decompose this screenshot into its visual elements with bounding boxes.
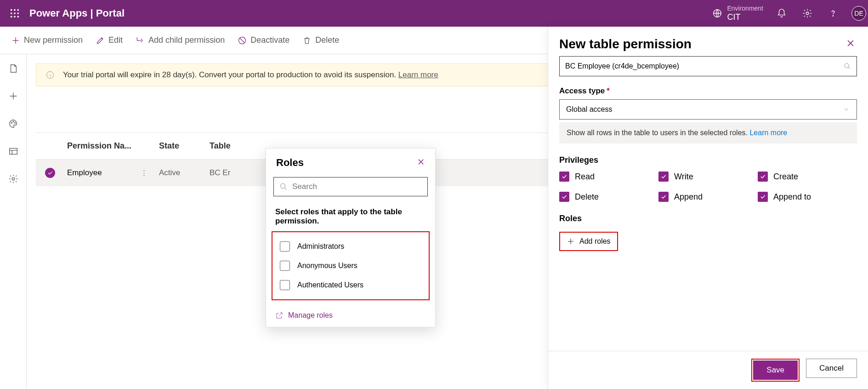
privileges-grid: Read Write Create Delete Append Append t… bbox=[559, 172, 857, 202]
app-launcher-icon[interactable] bbox=[6, 4, 24, 23]
palette-icon[interactable] bbox=[6, 116, 21, 132]
access-type-value: Global access bbox=[566, 105, 613, 114]
side-panel: New table permission BC Employee (cr4de_… bbox=[548, 27, 868, 389]
chevron-down-icon bbox=[843, 106, 850, 113]
svg-point-0 bbox=[11, 9, 12, 11]
panel-close-icon[interactable] bbox=[846, 39, 855, 50]
environment-name: CIT bbox=[727, 12, 763, 23]
svg-rect-16 bbox=[9, 149, 17, 154]
svg-point-14 bbox=[13, 121, 14, 122]
checkbox-icon[interactable] bbox=[280, 261, 290, 271]
add-icon[interactable] bbox=[6, 88, 21, 104]
help-icon[interactable] bbox=[826, 6, 840, 21]
left-sidebar bbox=[0, 54, 27, 389]
roles-instruction: Select roles that apply to the table per… bbox=[266, 201, 435, 228]
privilege-delete[interactable]: Delete bbox=[559, 192, 658, 202]
trial-learn-more-link[interactable]: Learn more bbox=[398, 70, 438, 79]
gear-icon[interactable] bbox=[6, 171, 21, 187]
privilege-read[interactable]: Read bbox=[559, 172, 658, 182]
svg-point-7 bbox=[14, 16, 16, 18]
add-child-permission-button[interactable]: Add child permission bbox=[136, 35, 225, 45]
access-learn-more-link[interactable]: Learn more bbox=[749, 129, 787, 137]
settings-icon[interactable] bbox=[800, 6, 815, 21]
row-menu-icon[interactable]: ⋮ bbox=[140, 168, 148, 178]
roles-search-input[interactable] bbox=[292, 182, 422, 191]
add-child-label: Add child permission bbox=[148, 35, 225, 45]
table-name-value: BC Employee (cr4de_bcemployee) bbox=[565, 62, 679, 70]
privileges-label: Privileges bbox=[559, 155, 857, 165]
role-option-label: Authenticated Users bbox=[297, 281, 363, 289]
search-icon bbox=[844, 63, 851, 70]
roles-popup: Roles Select roles that apply to the tab… bbox=[266, 148, 436, 327]
global-header: Power Apps | Portal Environment CIT DE bbox=[0, 0, 868, 27]
row-table-text: BC Er bbox=[210, 168, 265, 177]
cancel-button[interactable]: Cancel bbox=[806, 359, 857, 378]
svg-point-1 bbox=[14, 9, 16, 11]
role-option-administrators[interactable]: Administrators bbox=[276, 237, 425, 256]
avatar[interactable]: DE bbox=[851, 6, 866, 21]
roles-title: Roles bbox=[276, 157, 304, 169]
new-permission-button[interactable]: New permission bbox=[11, 35, 83, 45]
svg-point-10 bbox=[806, 12, 809, 15]
info-icon bbox=[45, 70, 55, 80]
panel-title: New table permission bbox=[559, 37, 692, 51]
trial-banner-text: Your trial portal will expire in 28 day(… bbox=[63, 70, 398, 79]
svg-point-4 bbox=[14, 12, 16, 14]
svg-point-17 bbox=[12, 177, 15, 180]
svg-point-11 bbox=[833, 16, 833, 16]
column-table[interactable]: Table bbox=[210, 141, 265, 151]
svg-point-20 bbox=[845, 63, 849, 68]
manage-roles-link[interactable]: Manage roles bbox=[266, 304, 435, 327]
column-permission-name[interactable]: Permission Na... bbox=[67, 141, 159, 151]
deactivate-label: Deactivate bbox=[250, 35, 289, 45]
edit-label: Edit bbox=[108, 35, 123, 45]
checkbox-icon[interactable] bbox=[280, 280, 290, 290]
delete-label: Delete bbox=[315, 35, 339, 45]
access-type-select[interactable]: Global access bbox=[559, 99, 857, 120]
roles-list: Administrators Anonymous Users Authentic… bbox=[272, 231, 430, 300]
privilege-append-to[interactable]: Append to bbox=[758, 192, 857, 202]
manage-roles-label: Manage roles bbox=[288, 311, 333, 320]
delete-button[interactable]: Delete bbox=[302, 35, 339, 45]
environment-switcher[interactable]: Environment CIT bbox=[712, 5, 763, 22]
checkbox-icon[interactable] bbox=[280, 241, 290, 252]
edit-button[interactable]: Edit bbox=[96, 35, 123, 45]
svg-point-5 bbox=[17, 12, 19, 14]
layout-icon[interactable] bbox=[6, 143, 21, 159]
privilege-write[interactable]: Write bbox=[658, 172, 758, 182]
table-name-input[interactable]: BC Employee (cr4de_bcemployee) bbox=[559, 56, 857, 76]
new-permission-label: New permission bbox=[24, 35, 83, 45]
environment-label: Environment bbox=[727, 5, 763, 12]
access-type-label: Access type* bbox=[559, 86, 857, 96]
svg-point-6 bbox=[11, 16, 12, 18]
access-type-help: Show all rows in the table to users in t… bbox=[559, 122, 857, 143]
roles-search-box[interactable] bbox=[273, 177, 428, 196]
role-option-anonymous-users[interactable]: Anonymous Users bbox=[276, 256, 425, 275]
svg-point-13 bbox=[11, 122, 12, 123]
privilege-create[interactable]: Create bbox=[758, 172, 857, 182]
add-roles-button[interactable]: Add roles bbox=[559, 232, 618, 251]
role-option-label: Anonymous Users bbox=[297, 262, 357, 270]
svg-point-2 bbox=[17, 9, 19, 11]
roles-section-label: Roles bbox=[559, 214, 857, 223]
row-selected-icon[interactable] bbox=[45, 168, 55, 178]
role-option-authenticated-users[interactable]: Authenticated Users bbox=[276, 275, 425, 295]
deactivate-button[interactable]: Deactivate bbox=[238, 35, 289, 45]
svg-point-19 bbox=[280, 183, 285, 189]
svg-point-15 bbox=[14, 122, 15, 123]
svg-point-8 bbox=[17, 16, 19, 18]
notifications-icon[interactable] bbox=[774, 6, 789, 21]
page-icon[interactable] bbox=[6, 61, 21, 76]
privilege-append[interactable]: Append bbox=[658, 192, 758, 202]
svg-point-3 bbox=[11, 12, 12, 14]
role-option-label: Administrators bbox=[297, 242, 344, 251]
search-icon bbox=[279, 183, 288, 191]
row-name-text: Employee bbox=[67, 168, 102, 177]
save-button[interactable]: Save bbox=[753, 360, 798, 380]
app-title: Power Apps | Portal bbox=[29, 7, 125, 19]
close-icon[interactable] bbox=[417, 158, 425, 168]
add-roles-label: Add roles bbox=[579, 237, 611, 246]
column-state[interactable]: State bbox=[159, 141, 210, 151]
row-state-text: Active bbox=[159, 168, 210, 177]
